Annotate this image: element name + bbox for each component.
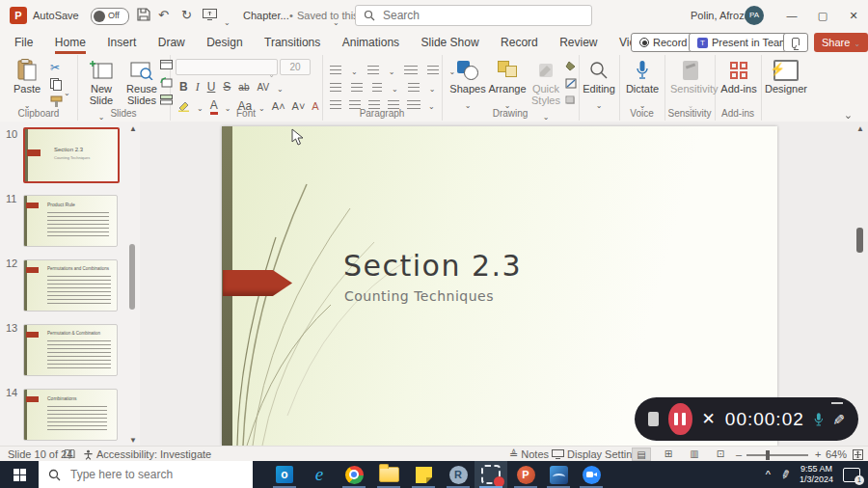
powerpoint-taskbar-icon[interactable]: P [509,461,542,488]
screen-recorder-icon[interactable] [475,461,507,488]
accessibility-status[interactable]: Accessibility: Investigate [96,448,211,460]
tray-chevron-icon[interactable]: ^ [766,469,771,480]
text-direction-caret-icon[interactable] [429,78,436,95]
zoom-slider-thumb[interactable] [766,450,770,460]
file-explorer-icon[interactable] [372,461,405,488]
share-button[interactable]: Share [814,33,868,52]
redo-icon[interactable]: ↻ [181,8,192,22]
spacing-caret-icon[interactable] [277,78,284,95]
media-app-icon[interactable] [542,461,575,488]
close-recording-icon[interactable]: ✕ [702,409,716,429]
tab-home[interactable]: Home [46,31,95,54]
close-button[interactable]: ✕ [839,0,868,31]
slide-title[interactable]: Section 2.3 [343,249,522,283]
tray-clock[interactable]: 9:55 AM 1/3/2024 [800,464,833,485]
thumbnail-slide-14[interactable]: Combinations [23,389,118,441]
avatar[interactable]: PA [745,6,764,25]
slide-subtitle[interactable]: Counting Techniques [344,288,494,304]
main-scrollbar[interactable] [856,228,863,253]
line-spacing-icon[interactable] [427,66,439,74]
comments-button[interactable] [783,33,808,52]
zoom-level[interactable]: 64% [826,448,847,460]
action-center-icon[interactable]: 1 [843,468,860,482]
copy-icon[interactable] [50,78,62,91]
numbering-icon[interactable] [367,66,379,74]
thumb-scroll-down-icon[interactable]: ▼ [129,436,137,445]
arrange-button[interactable]: Arrange [488,58,527,112]
chrome-icon[interactable] [338,461,370,488]
tab-review[interactable]: Review [551,31,606,54]
view-normal-button[interactable]: ▤ [632,447,651,461]
format-painter-icon[interactable] [50,95,63,108]
tab-draw[interactable]: Draw [149,31,194,54]
zoom-in-button[interactable]: + [815,448,821,460]
document-title[interactable]: Chapter... [243,10,289,21]
save-icon[interactable] [137,8,150,21]
shapes-button[interactable]: Shapes [449,58,486,112]
display-settings-icon[interactable] [552,449,564,459]
view-reading-button[interactable]: ▥ [685,447,704,461]
thumb-scroll-up-icon[interactable]: ▲ [129,124,137,133]
thumbnail-slide-11[interactable]: Product Rule [23,195,118,247]
maximize-button[interactable]: ▢ [808,0,837,31]
tray-pen-icon[interactable]: ✎ [777,468,794,481]
addins-button[interactable]: Add-ins [720,58,757,95]
internet-explorer-icon[interactable]: e [303,461,336,488]
minimize-button[interactable]: — [777,0,806,31]
start-button[interactable] [0,461,39,488]
view-slide-sorter-button[interactable]: ⊞ [659,447,678,461]
bullets-caret-icon[interactable] [351,61,358,78]
tab-design[interactable]: Design [198,31,251,54]
font-name-select[interactable] [176,59,278,75]
bullets-icon[interactable] [330,66,341,74]
notes-button[interactable]: ≜ Notes [509,448,549,461]
text-shadow-button[interactable]: ab [238,82,249,93]
italic-button[interactable]: I [196,80,200,95]
search-box[interactable] [355,5,592,26]
recording-mic-icon[interactable] [814,410,824,429]
decrease-indent-icon[interactable] [330,83,341,92]
reuse-slides-button[interactable]: Reuse Slides [123,58,160,106]
sticky-notes-icon[interactable] [407,461,440,488]
shape-outline-icon[interactable] [565,78,577,89]
thumbnail-slide-10[interactable]: Section 2.3 Counting Techniques [23,127,120,183]
taskbar-search[interactable] [39,461,253,488]
stop-recording-icon[interactable] [648,412,659,426]
text-direction-icon[interactable] [408,83,420,92]
paste-button[interactable]: Paste [10,58,44,112]
increase-indent-icon[interactable] [351,83,363,92]
customize-quick-access-icon[interactable] [224,12,231,29]
zoom-slider[interactable] [746,454,808,456]
main-scroll-up-icon[interactable]: ▲ [856,124,864,133]
tab-transitions[interactable]: Transitions [256,31,329,54]
tab-file[interactable]: File [6,31,41,54]
tab-record[interactable]: Record [492,31,547,54]
cut-icon[interactable]: ✂ [50,61,60,74]
collapse-ribbon-icon[interactable] [844,99,853,123]
recording-pen-icon[interactable]: ✎ [830,413,848,425]
slideshow-from-beginning-icon[interactable] [203,9,217,20]
tab-animations[interactable]: Animations [334,31,408,54]
autosave-toggle[interactable]: Off [91,8,129,25]
numbering-caret-icon[interactable] [389,61,395,78]
thumbnail-slide-12[interactable]: Permutations and Combinations [23,259,118,312]
accessibility-icon[interactable] [83,449,94,460]
list-level-icon[interactable] [404,66,418,74]
record-button[interactable]: Record [631,33,695,52]
shape-fill-icon[interactable] [565,61,577,71]
undo-icon[interactable]: ↶ [158,8,169,22]
zoom-out-button[interactable]: – [736,448,742,460]
r-app-icon[interactable]: R [442,461,475,488]
taskbar-search-input[interactable] [68,467,227,482]
outlook-icon[interactable]: o [268,461,301,488]
recording-minimize-icon[interactable] [831,402,843,404]
copy-caret-icon[interactable] [64,82,70,99]
character-spacing-button[interactable]: AV [257,82,269,93]
dictate-button[interactable]: Dictate [624,58,661,112]
recording-toolbar[interactable]: ✕ 00:00:02 ✎ [635,397,858,441]
view-slideshow-button[interactable]: ⊡ [711,447,730,461]
underline-button[interactable]: U [207,80,216,94]
spellcheck-book-icon[interactable] [64,449,75,459]
zoom-app-icon[interactable] [575,461,608,488]
thumbnail-slide-13[interactable]: Permutation & Combination [23,324,118,376]
